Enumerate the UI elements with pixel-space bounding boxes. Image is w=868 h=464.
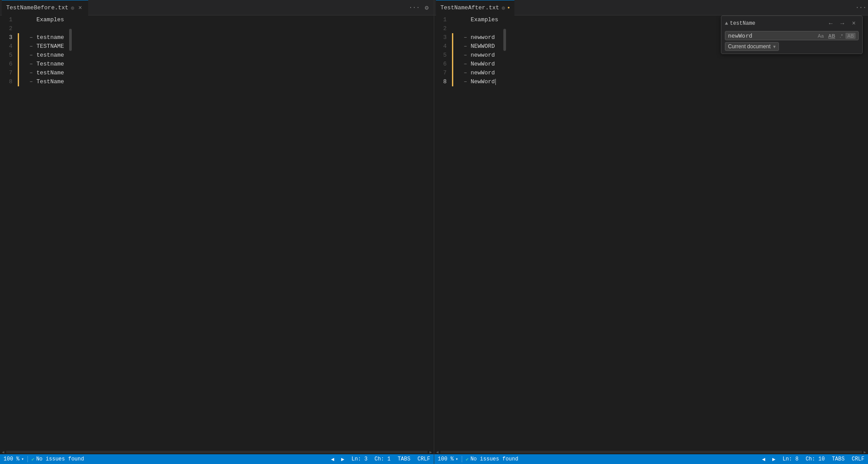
find-widget-close-button[interactable]: × bbox=[849, 19, 859, 28]
right-hscroll-right-button[interactable]: ▶ bbox=[862, 450, 868, 454]
left-ln-label: Ln: 3 bbox=[351, 456, 367, 462]
find-whole-word-button[interactable]: AB bbox=[826, 33, 837, 39]
right-eol-status[interactable]: CRLF bbox=[848, 454, 868, 464]
right-line-numbers: 1 2 3 4 5 6 7 8 bbox=[434, 15, 452, 450]
right-hscroll-left-button[interactable]: ◀ bbox=[434, 450, 440, 454]
left-tab-pin-icon[interactable]: ◎ bbox=[71, 5, 74, 11]
right-editor-content: 1 2 3 4 5 6 7 8 Examples – newword – NEW bbox=[434, 15, 868, 450]
left-settings-button[interactable]: ⚙ bbox=[421, 2, 432, 13]
left-hscroll-left-status[interactable]: ◀ bbox=[327, 454, 338, 464]
left-code-line-7: – testName bbox=[19, 69, 68, 77]
right-zoom-item[interactable]: 100 % ▾ bbox=[434, 454, 462, 464]
left-hscroll-right-button[interactable]: ▶ bbox=[428, 450, 434, 454]
right-hscroll[interactable]: ◀ ▶ bbox=[434, 450, 868, 454]
right-ln-1: 1 bbox=[434, 15, 452, 24]
right-ln-8: 8 bbox=[434, 77, 452, 86]
right-status-bar: 100 % ▾ ✔ No issues found ◀ ▶ Ln: 8 Ch: … bbox=[434, 454, 868, 464]
right-ln-status[interactable]: Ln: 8 bbox=[779, 454, 802, 464]
right-ln-6: 6 bbox=[434, 60, 452, 69]
left-scrollbar[interactable] bbox=[68, 15, 73, 450]
right-tab[interactable]: TestNameAfter.txt ◎ ● bbox=[436, 0, 514, 15]
left-ln-8: 8 bbox=[0, 77, 18, 86]
find-search-input-row[interactable]: Aa AB .* AB bbox=[725, 31, 859, 40]
right-status-left: 100 % ▾ ✔ No issues found bbox=[434, 454, 759, 464]
right-hscroll-track[interactable] bbox=[440, 451, 862, 453]
left-hscroll-track[interactable] bbox=[6, 451, 428, 453]
right-ln-5: 5 bbox=[434, 51, 452, 60]
left-eol-label: CRLF bbox=[417, 456, 430, 462]
left-tab-bar: TestNameBefore.txt ◎ × ··· ⚙ bbox=[0, 0, 434, 15]
right-ln-7: 7 bbox=[434, 69, 452, 77]
right-zoom-value: 100 % bbox=[438, 456, 454, 462]
right-scrollbar[interactable] bbox=[502, 15, 507, 450]
right-issues-check-icon: ✔ bbox=[466, 456, 469, 462]
left-tab-close-button[interactable]: × bbox=[77, 4, 84, 12]
find-widget-controls: ← → × bbox=[826, 19, 859, 28]
left-code-line-6: – Testname bbox=[19, 60, 68, 69]
left-tabs-label: TABS bbox=[397, 456, 410, 462]
find-replace-widget: ▲ testName ← → × Aa AB .* bbox=[721, 15, 863, 54]
left-ln-7: 7 bbox=[0, 69, 18, 77]
left-code-lines[interactable]: Examples – testname – TESTNAME – testnam… bbox=[19, 15, 68, 450]
find-widget-label: testName bbox=[730, 20, 755, 27]
right-hscroll-left-status[interactable]: ◀ bbox=[759, 454, 769, 464]
right-tab-pin-icon[interactable]: ◎ bbox=[502, 5, 505, 11]
find-regex-button[interactable]: .* bbox=[838, 33, 845, 39]
find-widget-title: ▲ testName bbox=[725, 20, 755, 27]
right-editor-pane: TestNameAfter.txt ◎ ● ··· 1 2 3 4 5 6 7 … bbox=[434, 0, 868, 464]
left-hscroll-left-button[interactable]: ◀ bbox=[0, 450, 6, 454]
right-code-line-4: – NEWWORD bbox=[453, 42, 502, 51]
left-tabs-status[interactable]: TABS bbox=[394, 454, 414, 464]
left-ln-1: 1 bbox=[0, 15, 18, 24]
right-more-actions-button[interactable]: ··· bbox=[856, 2, 866, 13]
right-issues-text: No issues found bbox=[471, 456, 518, 462]
left-ln-status[interactable]: Ln: 3 bbox=[348, 454, 371, 464]
right-code-lines[interactable]: Examples – newword – NEWWORD – newword –… bbox=[453, 15, 502, 450]
find-search-input[interactable] bbox=[728, 32, 816, 39]
right-hscroll-right-status[interactable]: ▶ bbox=[769, 454, 779, 464]
find-scope-dropdown[interactable]: Current document ▾ bbox=[725, 42, 779, 51]
left-editor-content: 1 2 3 4 5 6 7 8 Examples – testname – TE bbox=[0, 15, 434, 450]
find-preserve-case-button[interactable]: AB bbox=[845, 33, 856, 39]
left-issues-item[interactable]: ✔ No issues found bbox=[28, 454, 88, 464]
left-ln-4: 4 bbox=[0, 42, 18, 51]
left-ln-3: 3 bbox=[0, 33, 18, 42]
left-zoom-value: 100 % bbox=[4, 456, 19, 462]
left-code-line-5: – testname bbox=[19, 51, 68, 60]
left-status-left: 100 % ▾ ✔ No issues found bbox=[0, 454, 327, 464]
left-hscroll[interactable]: ◀ ▶ bbox=[0, 450, 434, 454]
left-tab[interactable]: TestNameBefore.txt ◎ × bbox=[2, 0, 88, 15]
right-code-line-2 bbox=[453, 24, 502, 33]
right-code-line-5: – newword bbox=[453, 51, 502, 60]
left-editor-pane: TestNameBefore.txt ◎ × ··· ⚙ 1 2 3 4 5 6… bbox=[0, 0, 434, 464]
left-scrollbar-thumb bbox=[69, 29, 72, 51]
left-eol-status[interactable]: CRLF bbox=[414, 454, 434, 464]
left-code-line-8: – TestName bbox=[19, 77, 68, 86]
left-hscroll-right-status[interactable]: ▶ bbox=[338, 454, 348, 464]
left-status-bar: 100 % ▾ ✔ No issues found ◀ ▶ Ln: 3 Ch: … bbox=[0, 454, 434, 464]
find-match-case-button[interactable]: Aa bbox=[816, 33, 825, 39]
find-widget-header: ▲ testName ← → × bbox=[725, 19, 859, 28]
right-issues-item[interactable]: ✔ No issues found bbox=[462, 454, 522, 464]
right-tabs-label: TABS bbox=[832, 456, 845, 462]
find-widget-nav-back-button[interactable]: ← bbox=[826, 19, 836, 28]
right-ln-label: Ln: 8 bbox=[782, 456, 798, 462]
left-issues-check-icon: ✔ bbox=[31, 456, 35, 462]
find-widget-collapse-icon[interactable]: ▲ bbox=[725, 20, 728, 27]
right-code-line-8: – NewWord bbox=[453, 77, 502, 86]
right-ln-3: 3 bbox=[434, 33, 452, 42]
right-ln-2: 2 bbox=[434, 24, 452, 33]
right-zoom-chevron-icon: ▾ bbox=[455, 456, 458, 462]
right-code-line-6: – NewWord bbox=[453, 60, 502, 69]
left-ch-label: Ch: 1 bbox=[374, 456, 390, 462]
left-ch-status[interactable]: Ch: 1 bbox=[371, 454, 394, 464]
find-widget-nav-forward-button[interactable]: → bbox=[837, 19, 847, 28]
right-tab-title: TestNameAfter.txt bbox=[440, 4, 499, 11]
left-more-actions-button[interactable]: ··· bbox=[409, 2, 420, 13]
left-code-line-2 bbox=[19, 24, 68, 33]
left-issues-text: No issues found bbox=[36, 456, 84, 462]
right-ch-status[interactable]: Ch: 10 bbox=[802, 454, 828, 464]
left-zoom-item[interactable]: 100 % ▾ bbox=[0, 454, 27, 464]
right-code-line-7: – newWord bbox=[453, 69, 502, 77]
right-tabs-status[interactable]: TABS bbox=[828, 454, 848, 464]
